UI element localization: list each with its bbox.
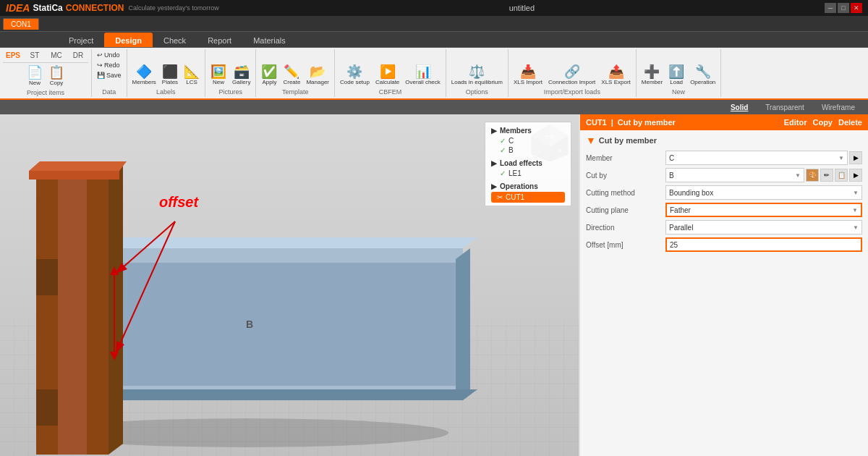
group-label-options: Options xyxy=(449,88,505,96)
cut-by-icon-copy[interactable]: 📋 xyxy=(835,169,848,182)
label-direction: Direction xyxy=(586,224,665,232)
btn-plates[interactable]: ⬛ Plates xyxy=(160,64,180,87)
cut-by-icon-arr[interactable]: ▶ xyxy=(849,169,862,182)
btn-copy[interactable]: Copy xyxy=(812,118,833,127)
btn-xls-export[interactable]: 📤 XLS Export xyxy=(599,64,632,87)
member-b-item[interactable]: ✓ B xyxy=(491,145,565,155)
cut-by-icon-edit[interactable]: ✏ xyxy=(820,169,833,182)
btn-lcs[interactable]: 📐 LCS xyxy=(182,64,202,87)
svg-marker-4 xyxy=(72,237,477,248)
panel-separator: | xyxy=(611,118,613,127)
input-offset[interactable]: 25 xyxy=(665,237,862,252)
label-cut-by: Cut by xyxy=(586,172,665,180)
window-controls: ─ □ ✕ xyxy=(825,3,862,13)
tab-check[interactable]: Check xyxy=(153,33,197,47)
members-overlay-panel: ▶ Members ✓ C ✓ B ▶ Load effects ✓ LE1 ▶… xyxy=(485,122,571,206)
btn-connection-import[interactable]: 🔗 Connection Import xyxy=(546,64,597,87)
btn-copy-project[interactable]: 📋 Copy xyxy=(46,64,67,88)
btn-new-project[interactable]: 📄 New xyxy=(25,64,45,88)
viewport-3d[interactable]: B C offset father cut xyxy=(0,114,579,456)
load-effects-section-header[interactable]: ▶ Load effects xyxy=(491,158,565,169)
btn-dr[interactable]: DR xyxy=(68,51,88,61)
svg-marker-10 xyxy=(109,161,123,455)
view-tab-transparent[interactable]: Transparent xyxy=(758,102,812,113)
members-section-header[interactable]: ▶ Members xyxy=(491,125,565,136)
app-logo: IDEA StatiCa CONNECTION xyxy=(6,2,124,14)
btn-undo[interactable]: ↩ Undo xyxy=(95,51,122,59)
btn-members[interactable]: 🔷 Members xyxy=(130,64,158,87)
input-cutting-plane[interactable]: Father ▼ xyxy=(665,203,862,217)
tab-report[interactable]: Report xyxy=(197,33,242,47)
view-tab-solid[interactable]: Solid xyxy=(723,102,755,113)
prop-row-cutting-plane: Cutting plane Father ▼ xyxy=(586,203,862,217)
svg-marker-13 xyxy=(29,171,119,180)
ribbon-group-import-export: 📥 XLS Import 🔗 Connection Import 📤 XLS E… xyxy=(509,49,637,97)
ribbon-group-data: ↩ Undo ↪ Redo 💾 Save Data xyxy=(92,49,127,97)
btn-new-picture[interactable]: 🖼️ New xyxy=(208,64,229,87)
svg-marker-5 xyxy=(456,248,470,393)
le1-item[interactable]: ✓ LE1 xyxy=(491,169,565,178)
operations-label: Operations xyxy=(500,182,538,190)
module-label: CONNECTION xyxy=(66,3,124,13)
dropdown-arrow-cutting-plane: ▼ xyxy=(852,207,858,214)
btn-new-load[interactable]: ⬆️ Load xyxy=(666,64,686,87)
view-tabs-bar: Solid Transparent Wireframe xyxy=(0,100,868,114)
minimize-button[interactable]: ─ xyxy=(825,3,836,13)
member-c-item[interactable]: ✓ C xyxy=(491,136,565,145)
svg-marker-14 xyxy=(29,161,127,171)
prop-row-member: Member C ▼ ▶ xyxy=(586,151,862,165)
members-label: Members xyxy=(500,127,532,135)
btn-editor[interactable]: Editor xyxy=(784,118,807,127)
cut-by-icon-color[interactable]: 🎨 xyxy=(806,169,819,182)
btn-st[interactable]: ST xyxy=(25,51,45,61)
group-label-pictures: Pictures xyxy=(208,88,252,96)
btn-new-operation[interactable]: 🔧 Operation xyxy=(688,64,718,87)
label-member: Member xyxy=(586,154,665,162)
input-member[interactable]: C ▼ xyxy=(665,151,848,165)
view-tab-wireframe[interactable]: Wireframe xyxy=(814,102,862,113)
btn-overall-check[interactable]: 📊 Overall check xyxy=(403,64,442,87)
input-cut-by[interactable]: B ▼ xyxy=(665,168,804,182)
btn-apply[interactable]: ✅ Apply xyxy=(259,64,279,87)
group-label-template: Template xyxy=(259,88,331,96)
project-tab-con1[interactable]: CON1 xyxy=(3,18,39,30)
load-effects-label: Load effects xyxy=(500,159,542,167)
group-label-cbfem: CBFEM xyxy=(338,88,443,96)
btn-create[interactable]: ✏️ Create xyxy=(281,64,302,87)
ribbon-group-cbfem: ⚙️ Code setup ▶️ Calculate 📊 Overall che… xyxy=(335,49,446,97)
tab-materials[interactable]: Materials xyxy=(242,33,297,47)
cut1-item[interactable]: ✂ CUT1 xyxy=(491,192,565,203)
ribbon-group-options: ⚖️ Loads in equilibrium Options xyxy=(446,49,509,97)
svg-marker-11 xyxy=(36,259,58,295)
btn-code-setup[interactable]: ⚙️ Code setup xyxy=(338,64,372,87)
tab-project[interactable]: Project xyxy=(58,33,104,47)
btn-calculate[interactable]: ▶️ Calculate xyxy=(373,64,401,87)
member-icon-1[interactable]: ▶ xyxy=(849,151,862,164)
right-panel: CUT1 | Cut by member Editor Copy Delete … xyxy=(579,114,868,456)
group-label-labels: Labels xyxy=(130,88,203,96)
btn-xls-import[interactable]: 📥 XLS Import xyxy=(511,64,545,87)
input-direction[interactable]: Parallel ▼ xyxy=(665,220,862,235)
prop-row-cut-by: Cut by B ▼ 🎨 ✏ 📋 ▶ xyxy=(586,168,862,182)
btn-new-member[interactable]: ➕ Member xyxy=(639,64,665,87)
close-button[interactable]: ✕ xyxy=(851,3,862,13)
panel-title-left: CUT1 | Cut by member xyxy=(586,118,676,127)
prop-row-cutting-method: Cutting method Bounding box ▼ xyxy=(586,185,862,200)
project-tabs-bar: CON1 xyxy=(0,16,868,32)
btn-manager[interactable]: 📂 Manager xyxy=(304,64,331,87)
label-cutting-plane: Cutting plane xyxy=(586,206,665,214)
svg-text:B: B xyxy=(246,318,253,330)
btn-mc[interactable]: MC xyxy=(46,51,67,61)
operations-section-header[interactable]: ▶ Operations xyxy=(491,181,565,192)
btn-gallery[interactable]: 🗃️ Gallery xyxy=(230,64,252,87)
btn-save[interactable]: 💾 Save xyxy=(95,71,124,80)
btn-eps[interactable]: EPS xyxy=(3,51,23,61)
group-label-import-export: Import/Export loads xyxy=(511,88,633,96)
maximize-button[interactable]: □ xyxy=(838,3,849,13)
btn-loads-equilibrium[interactable]: ⚖️ Loads in equilibrium xyxy=(449,64,505,87)
input-cutting-method[interactable]: Bounding box ▼ xyxy=(665,185,862,200)
prop-row-offset: Offset [mm] 25 xyxy=(586,237,862,252)
btn-delete[interactable]: Delete xyxy=(838,118,862,127)
tab-design[interactable]: Design xyxy=(104,33,153,47)
btn-redo[interactable]: ↪ Redo xyxy=(95,61,122,69)
